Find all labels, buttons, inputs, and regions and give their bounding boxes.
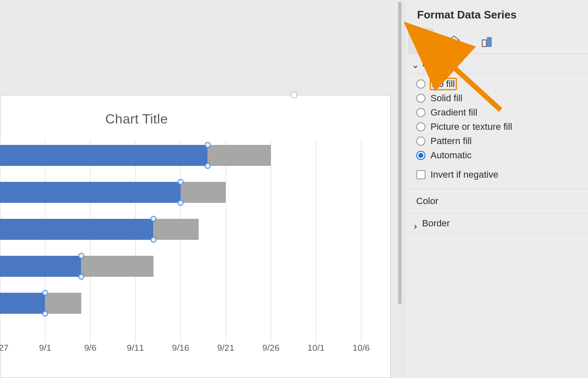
x-tick-label: 10/1	[307, 343, 325, 352]
svg-marker-9	[449, 36, 459, 47]
bar-series2[interactable]	[45, 293, 81, 314]
selection-handle[interactable]	[205, 142, 210, 147]
tab-fill-and-line[interactable]	[409, 28, 434, 53]
chart-plot-area[interactable]: 8/279/19/69/119/169/219/2610/110/6	[0, 141, 386, 376]
paint-bucket-icon	[414, 34, 428, 48]
chevron-right-icon	[413, 221, 418, 226]
radio-icon	[416, 94, 425, 103]
tab-effects[interactable]	[441, 28, 467, 53]
bar-series2[interactable]	[81, 256, 154, 277]
bar-series2[interactable]	[154, 219, 199, 240]
section-label-fill: Fill	[422, 58, 434, 69]
x-tick-label: 9/21	[217, 343, 234, 352]
selection-handle[interactable]	[79, 253, 84, 258]
x-tick-label: 9/26	[262, 343, 280, 352]
fill-section-body: No fill Solid fill Gradient fill Picture…	[404, 74, 588, 189]
fill-option-automatic[interactable]: Automatic	[404, 148, 588, 163]
fill-option-label: Picture or texture fill	[430, 121, 512, 132]
x-tick-label: 9/6	[84, 343, 96, 352]
fill-option-no-fill[interactable]: No fill	[404, 77, 588, 91]
fill-option-pattern-fill[interactable]: Pattern fill	[404, 134, 588, 148]
x-tick-label: 9/11	[127, 343, 144, 352]
fill-option-gradient-fill[interactable]: Gradient fill	[404, 105, 588, 120]
color-row[interactable]: Color	[404, 189, 588, 214]
radio-icon	[416, 136, 425, 146]
radio-icon	[416, 108, 425, 117]
chart-resize-handle-top[interactable]	[291, 92, 297, 98]
bar-series1[interactable]	[0, 293, 45, 314]
bar-series2[interactable]	[181, 182, 226, 203]
fill-option-label: No fill	[430, 79, 456, 89]
checkbox-icon	[416, 170, 425, 179]
fill-option-label: Gradient fill	[430, 107, 477, 118]
color-label: Color	[416, 196, 438, 206]
bar-series1[interactable]	[0, 145, 208, 166]
chart-title[interactable]: Chart Title	[0, 111, 273, 127]
selection-handle[interactable]	[151, 237, 156, 242]
section-header-border[interactable]: Border	[404, 214, 588, 234]
x-tick-label: 10/6	[353, 343, 370, 352]
svg-rect-12	[487, 37, 491, 47]
tab-series-options[interactable]	[474, 28, 499, 53]
svg-rect-11	[482, 40, 486, 47]
x-tick-label: 9/16	[172, 343, 189, 352]
chevron-down-icon	[413, 61, 418, 66]
fill-option-solid-fill[interactable]: Solid fill	[404, 91, 588, 105]
radio-icon	[416, 79, 425, 89]
bar-chart-icon	[480, 34, 494, 48]
bar-series2[interactable]	[208, 145, 271, 166]
bar-series1[interactable]	[0, 219, 154, 240]
selection-handle[interactable]	[79, 274, 84, 279]
section-header-fill[interactable]: Fill	[404, 54, 588, 74]
selection-handle[interactable]	[178, 179, 183, 184]
selection-handle[interactable]	[205, 163, 210, 168]
fill-option-picture-fill[interactable]: Picture or texture fill	[404, 120, 588, 134]
bar-series1[interactable]	[0, 256, 81, 277]
vertical-scrollbar-thumb[interactable]	[398, 2, 402, 304]
panel-tab-strip	[404, 28, 588, 53]
section-label-border: Border	[422, 218, 450, 229]
bar-series1[interactable]	[0, 182, 181, 203]
fill-option-label: Automatic	[430, 150, 472, 161]
selection-handle[interactable]	[151, 216, 156, 221]
invert-if-negative-checkbox[interactable]: Invert if negative	[404, 168, 588, 182]
x-tick-label: 8/27	[0, 343, 8, 352]
fill-option-label: Solid fill	[430, 93, 462, 104]
pentagon-icon	[447, 34, 461, 48]
format-data-series-panel: Format Data Series F	[404, 0, 588, 378]
fill-option-label: Pattern fill	[430, 136, 472, 147]
x-tick-label: 9/1	[39, 343, 51, 352]
selection-handle[interactable]	[178, 200, 183, 205]
vertical-scrollbar-track[interactable]	[395, 0, 404, 378]
panel-title: Format Data Series	[404, 0, 588, 28]
selection-handle[interactable]	[43, 290, 48, 295]
radio-icon	[416, 151, 425, 160]
invert-if-negative-label: Invert if negative	[430, 169, 498, 180]
radio-icon	[416, 122, 425, 131]
selection-handle[interactable]	[43, 311, 48, 316]
